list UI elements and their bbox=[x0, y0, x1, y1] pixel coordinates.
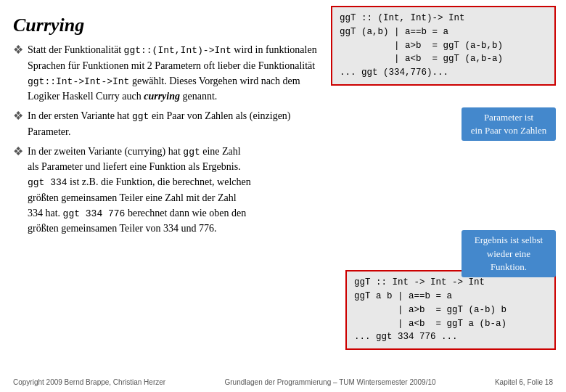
tooltip-result-function: Ergebnis ist selbstwieder eine Funktion. bbox=[462, 230, 556, 277]
bullet-text-2: In der ersten Variante hat ggt ein Paar … bbox=[28, 108, 332, 139]
code2-line-2: ggT a b | a==b = a bbox=[354, 290, 547, 303]
bullet-text-1: Statt der Funktionalität ggt::(Int,Int)-… bbox=[28, 42, 332, 104]
code-box-1: ggT :: (Int, Int)-> Int ggT (a,b) | a==b… bbox=[331, 6, 556, 86]
code2-line-4: | a<b = ggT a (b-a) bbox=[354, 317, 547, 331]
code-inline-4: ggt bbox=[183, 147, 200, 158]
code-line-3: | a>b = ggT (a-b,b) bbox=[340, 39, 547, 53]
code-inline-2: ggt::Int->Int->Int bbox=[28, 76, 129, 87]
code-inline-3: ggt bbox=[132, 111, 149, 122]
bullet-item-2: ❖ In der ersten Variante hat ggt ein Paa… bbox=[13, 108, 332, 139]
code-inline-1: ggt::(Int,Int)->Int bbox=[124, 45, 231, 56]
bullet-section-2: ❖ In der ersten Variante hat ggt ein Paa… bbox=[13, 108, 332, 139]
bullet-diamond-3: ❖ bbox=[13, 144, 23, 158]
code-inline-6: ggt 334 776 bbox=[63, 208, 126, 219]
bullet-section-3: ❖ In der zweiten Variante (currying) hat… bbox=[13, 144, 332, 237]
bullet-diamond-2: ❖ bbox=[13, 109, 23, 123]
left-content: ❖ Statt der Funktionalität ggt::(Int,Int… bbox=[13, 42, 332, 236]
code-line-5: ... ggt (334,776)... bbox=[340, 66, 547, 80]
code-line-2: ggT (a,b) | a==b = a bbox=[340, 25, 547, 39]
code-line-4: | a<b = ggT (a,b-a) bbox=[340, 52, 547, 66]
tooltip-parameter-pair: Parameter istein Paar von Zahlen bbox=[462, 107, 556, 141]
footer-page: Kapitel 6, Folie 18 bbox=[495, 378, 553, 386]
footer-copyright: Copyright 2009 Bernd Brappe, Christian H… bbox=[13, 378, 165, 386]
bullet-section-1: ❖ Statt der Funktionalität ggt::(Int,Int… bbox=[13, 42, 332, 104]
bullet-item-1: ❖ Statt der Funktionalität ggt::(Int,Int… bbox=[13, 42, 332, 104]
code2-line-1: ggT :: Int -> Int -> Int bbox=[354, 276, 547, 290]
footer: Copyright 2009 Bernd Brappe, Christian H… bbox=[0, 378, 566, 386]
bullet-text-3: In der zweiten Variante (currying) hat g… bbox=[28, 144, 253, 237]
bullet-item-3: ❖ In der zweiten Variante (currying) hat… bbox=[13, 144, 332, 237]
bullet-diamond-1: ❖ bbox=[13, 43, 23, 57]
code2-line-3: | a>b = ggT (a-b) b bbox=[354, 303, 547, 317]
page: Currying ggT :: (Int, Int)-> Int ggT (a,… bbox=[0, 0, 566, 392]
code-inline-5: ggt 334 bbox=[28, 177, 67, 188]
footer-center: Grundlagen der Programmierung – TUM Wint… bbox=[224, 378, 435, 386]
code-box-2: ggT :: Int -> Int -> Int ggT a b | a==b … bbox=[345, 270, 556, 350]
code-line-1: ggT :: (Int, Int)-> Int bbox=[340, 12, 547, 25]
currying-term: currying bbox=[144, 91, 180, 102]
code2-line-5: ... ggt 334 776 ... bbox=[354, 330, 547, 344]
